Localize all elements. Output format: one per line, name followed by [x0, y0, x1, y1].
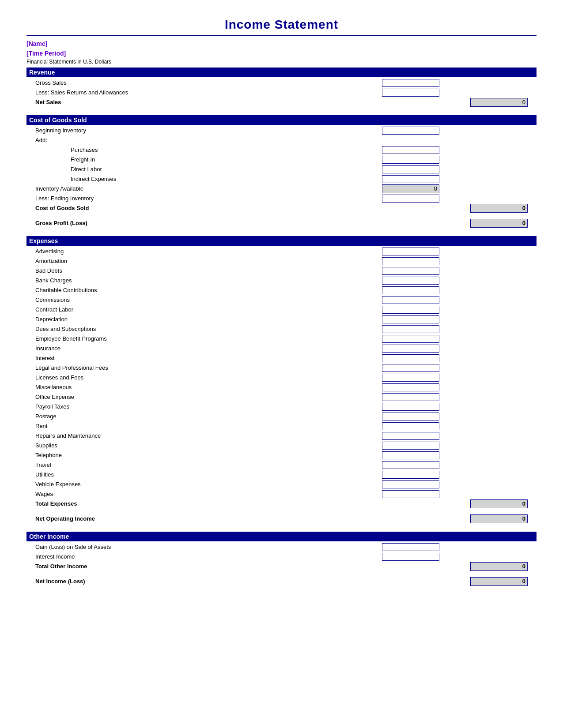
inventory-available-label: Inventory Available [26, 184, 298, 193]
depreciation-input[interactable] [382, 315, 439, 323]
rent-input[interactable] [382, 422, 439, 430]
name-line[interactable]: [Name] [26, 39, 537, 49]
miscellaneous-label: Miscellaneous [26, 383, 298, 392]
beginning-inventory-label: Beginning Inventory [26, 126, 298, 135]
supplies-input[interactable] [382, 442, 439, 450]
total-other-income-total[interactable]: 0 [470, 562, 528, 571]
interest-income-input[interactable] [382, 553, 439, 561]
net-income-label: Net Income (Loss) [26, 577, 298, 586]
direct-labor-input[interactable] [382, 165, 439, 173]
interest-income-label: Interest Income [26, 552, 298, 561]
contract-labor-input[interactable] [382, 306, 439, 314]
gain-loss-label: Gain (Loss) on Sale of Assets [26, 543, 298, 552]
licenses-label: Licenses and Fees [26, 373, 298, 382]
utilities-input[interactable] [382, 471, 439, 479]
legal-label: Legal and Professional Fees [26, 364, 298, 372]
office-expense-label: Office Expense [26, 393, 298, 402]
payroll-taxes-input[interactable] [382, 403, 439, 411]
legal-row: Legal and Professional Fees [26, 363, 537, 373]
freight-in-label: Freight-in [26, 155, 298, 164]
amortization-input[interactable] [382, 257, 439, 265]
beginning-inventory-row: Beginning Inventory [26, 126, 537, 135]
commissions-label: Commissions [26, 296, 298, 304]
net-operating-income-total[interactable]: 0 [470, 514, 528, 523]
travel-input[interactable] [382, 461, 439, 469]
gross-sales-row: Gross Sales [26, 78, 537, 88]
gross-sales-input-area [298, 79, 466, 87]
gain-loss-input[interactable] [382, 543, 439, 551]
postage-label: Postage [26, 412, 298, 421]
miscellaneous-row: Miscellaneous [26, 383, 537, 392]
gain-loss-row: Gain (Loss) on Sale of Assets [26, 542, 537, 552]
wages-input[interactable] [382, 490, 439, 498]
dues-input[interactable] [382, 325, 439, 333]
net-income-row: Net Income (Loss) 0 [26, 577, 537, 586]
interest-row: Interest [26, 353, 537, 363]
total-expenses-total[interactable]: 0 [470, 499, 528, 508]
bad-debts-row: Bad Debts [26, 266, 537, 276]
revenue-section: Revenue Gross Sales Less: Sales Returns … [26, 68, 537, 107]
employee-benefit-input[interactable] [382, 335, 439, 343]
office-expense-input[interactable] [382, 393, 439, 401]
bank-charges-row: Bank Charges [26, 276, 537, 285]
add-label-row: Add: [26, 135, 537, 145]
advertising-input[interactable] [382, 248, 439, 255]
bad-debts-input[interactable] [382, 267, 439, 275]
charitable-row: Charitable Contributions [26, 285, 537, 295]
cogs-total-row: Cost of Goods Sold 0 [26, 203, 537, 213]
amortization-row: Amortization [26, 256, 537, 266]
utilities-label: Utilities [26, 470, 298, 479]
office-expense-row: Office Expense [26, 392, 537, 402]
gross-sales-input[interactable] [382, 79, 439, 87]
beginning-inventory-input[interactable] [382, 127, 439, 135]
dues-label: Dues and Subscriptions [26, 325, 298, 334]
net-sales-row: Net Sales 0 [26, 98, 537, 107]
cogs-total[interactable]: 0 [470, 204, 528, 213]
contract-labor-row: Contract Labor [26, 305, 537, 315]
purchases-input[interactable] [382, 146, 439, 154]
legal-input[interactable] [382, 364, 439, 372]
licenses-input[interactable] [382, 374, 439, 382]
freight-in-input[interactable] [382, 156, 439, 164]
licenses-row: Licenses and Fees [26, 373, 537, 383]
telephone-input[interactable] [382, 451, 439, 459]
wages-label: Wages [26, 490, 298, 499]
charitable-input[interactable] [382, 286, 439, 294]
ending-inventory-row: Less: Ending Inventory [26, 194, 537, 203]
period-line[interactable]: [Time Period] [26, 49, 537, 58]
sales-returns-input-area [298, 89, 466, 97]
repairs-row: Repairs and Maintenance [26, 431, 537, 441]
telephone-row: Telephone [26, 450, 537, 460]
expenses-header: Expenses [26, 236, 537, 246]
employee-benefit-label: Employee Benefit Programs [26, 334, 298, 343]
net-sales-total[interactable]: 0 [470, 98, 528, 107]
net-income-total[interactable]: 0 [470, 577, 528, 586]
inventory-available-subtotal[interactable]: 0 [382, 184, 439, 193]
repairs-input[interactable] [382, 432, 439, 440]
sales-returns-input[interactable] [382, 89, 439, 97]
repairs-label: Repairs and Maintenance [26, 432, 298, 440]
supplies-row: Supplies [26, 441, 537, 450]
postage-input[interactable] [382, 413, 439, 420]
insurance-input[interactable] [382, 345, 439, 353]
total-expenses-row: Total Expenses 0 [26, 499, 537, 509]
contract-labor-label: Contract Labor [26, 305, 298, 314]
wages-row: Wages [26, 489, 537, 499]
indirect-expenses-input[interactable] [382, 175, 439, 183]
gross-profit-total[interactable]: 0 [470, 219, 528, 228]
net-operating-income-row: Net Operating Income 0 [26, 514, 537, 524]
commissions-input[interactable] [382, 296, 439, 304]
bank-charges-label: Bank Charges [26, 276, 298, 285]
vehicle-expenses-label: Vehicle Expenses [26, 480, 298, 489]
freight-in-row: Freight-in [26, 155, 537, 165]
currency-note: Financial Statements in U.S. Dollars [26, 59, 537, 65]
ending-inventory-input[interactable] [382, 195, 439, 203]
bank-charges-input[interactable] [382, 277, 439, 285]
interest-input[interactable] [382, 354, 439, 362]
other-income-section: Other Income Gain (Loss) on Sale of Asse… [26, 532, 537, 571]
total-other-income-label: Total Other Income [26, 562, 298, 571]
gross-profit-row: Gross Profit (Loss) 0 [26, 218, 537, 228]
depreciation-label: Depreciation [26, 315, 298, 324]
miscellaneous-input[interactable] [382, 383, 439, 391]
vehicle-expenses-input[interactable] [382, 480, 439, 488]
